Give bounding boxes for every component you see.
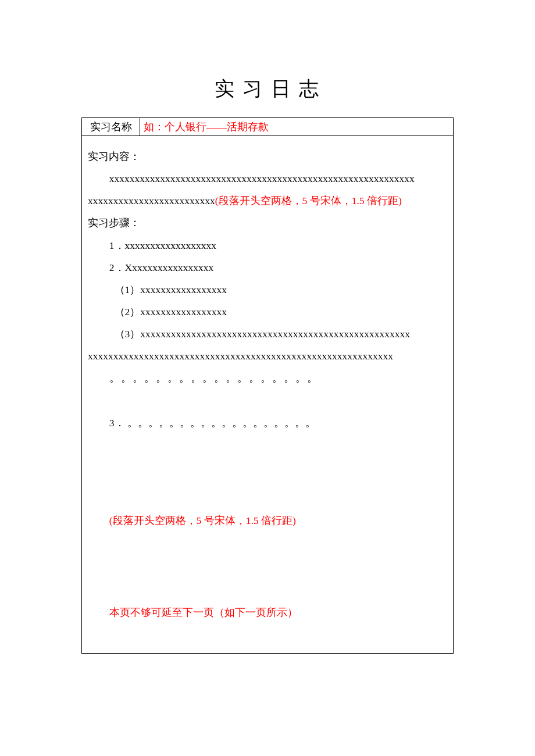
step-2: 2．Xxxxxxxxxxxxxxxxx	[109, 256, 447, 279]
format-note: (段落开头空两格，5 号宋体，1.5 倍行距)	[109, 509, 447, 532]
substep-1: （1）xxxxxxxxxxxxxxxxx	[115, 279, 448, 301]
content-para-line2: xxxxxxxxxxxxxxxxxxxxxxxxx(段落开头空两格，5 号宋体，…	[88, 190, 447, 212]
page-container: 实 习 日 志 实习名称 如：个人银行——活期存款 实习内容： xxxxxxxx…	[0, 0, 535, 654]
step-3: 3． 。。。。。。。。。。。。。。。。。。	[109, 412, 447, 434]
document-title: 实 习 日 志	[81, 76, 454, 102]
spacer	[88, 390, 447, 412]
body-row: 实习内容： xxxxxxxxxxxxxxxxxxxxxxxxxxxxxxxxxx…	[82, 136, 454, 654]
body-content: 实习内容： xxxxxxxxxxxxxxxxxxxxxxxxxxxxxxxxxx…	[88, 145, 447, 623]
dots-row-1: 。。。。。。。。。。。。。。。。。。	[109, 367, 447, 389]
header-label-cell: 实习名称	[82, 118, 140, 136]
content-para-prefix: xxxxxxxxxxxxxxxxxxxxxxxxx	[88, 195, 215, 206]
content-para-line1: xxxxxxxxxxxxxxxxxxxxxxxxxxxxxxxxxxxxxxxx…	[88, 167, 447, 190]
step-1: 1．xxxxxxxxxxxxxxxxxx	[109, 234, 447, 256]
body-cell: 实习内容： xxxxxxxxxxxxxxxxxxxxxxxxxxxxxxxxxx…	[82, 136, 454, 654]
steps-heading: 实习步骤：	[88, 212, 447, 234]
content-note-inline: (段落开头空两格，5 号宋体，1.5 倍行距)	[215, 195, 402, 206]
main-table: 实习名称 如：个人银行——活期存款 实习内容： xxxxxxxxxxxxxxxx…	[81, 117, 454, 654]
substep-3-line2: xxxxxxxxxxxxxxxxxxxxxxxxxxxxxxxxxxxxxxxx…	[88, 345, 447, 367]
substep-2: （2）xxxxxxxxxxxxxxxxx	[115, 301, 448, 323]
content-heading: 实习内容：	[88, 145, 447, 167]
header-value: 如：个人银行——活期存款	[144, 121, 269, 133]
header-value-cell: 如：个人银行——活期存款	[140, 118, 454, 136]
header-label: 实习名称	[90, 121, 132, 133]
footer-note: 本页不够可延至下一页（如下一页所示）	[109, 601, 447, 623]
header-row: 实习名称 如：个人银行——活期存款	[82, 118, 454, 136]
substep-3-line1: （3）xxxxxxxxxxxxxxxxxxxxxxxxxxxxxxxxxxxxx…	[115, 323, 448, 345]
